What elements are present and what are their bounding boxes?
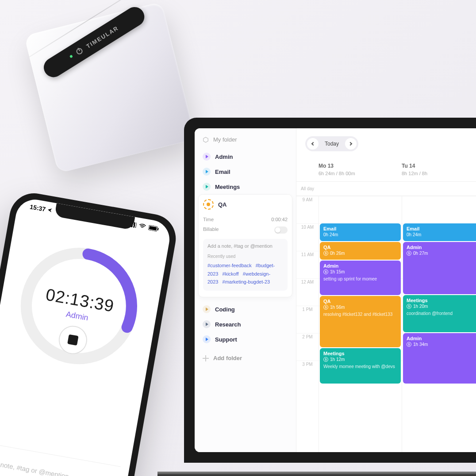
calendar: Today Mo 13 6h 24m / 8h 00m Tu 14 8h 12m… [296, 128, 476, 452]
event-note: resolving #ticket132 and #ticket133 [323, 311, 397, 317]
hour-label: 1 PM [296, 306, 319, 333]
timer-ring: 02:13:39 Admin [7, 234, 150, 377]
sidebar-item-label: Meetings [215, 184, 240, 190]
calendar-event[interactable]: Meetings$1h 20mcoordination @frontend [403, 295, 476, 332]
recording-icon [203, 199, 214, 210]
tag[interactable]: #customer-feedback [207, 263, 252, 268]
add-folder-button[interactable]: Add folder [200, 350, 291, 366]
chevron-right-icon [349, 142, 352, 146]
tag[interactable]: #kickoff [223, 271, 239, 276]
calendar-event[interactable]: QA$1h 56mresolving #ticket132 and #ticke… [320, 296, 401, 347]
event-title: QA [323, 299, 397, 304]
today-nav: Today [305, 136, 358, 151]
sidebar-item-qa[interactable]: QA [203, 196, 288, 212]
dollar-icon: $ [323, 357, 328, 362]
event-duration: $1h 34m [407, 342, 476, 347]
sidebar: My folder Admin Email Meetings [195, 128, 296, 452]
event-duration: $1h 12m [323, 357, 397, 362]
billable-label: Billable [203, 226, 219, 234]
note-placeholder: Add a note, #tag or @mention [207, 243, 283, 249]
event-note: setting up sprint for momee [323, 276, 397, 282]
hour-label: 3 PM [296, 361, 319, 388]
plus-icon [203, 355, 209, 361]
sidebar-item-research[interactable]: Research [200, 317, 291, 332]
sidebar-item-label: QA [218, 201, 227, 208]
laptop-mockup: My folder Admin Email Meetings [184, 118, 476, 476]
calendar-event[interactable]: Email0h 24m [403, 223, 476, 241]
prev-button[interactable] [307, 138, 319, 150]
sidebar-item-admin[interactable]: Admin [200, 149, 291, 164]
event-note: coordination @frontend [407, 311, 476, 316]
sidebar-item-support[interactable]: Support [200, 332, 291, 347]
dollar-icon: $ [407, 251, 411, 256]
day-stats: 8h 12m / 8h [402, 171, 476, 176]
sidebar-item-meetings[interactable]: Meetings [200, 179, 291, 194]
billable-toggle[interactable] [274, 226, 288, 234]
event-title: Meetings [323, 351, 397, 356]
battery-icon [148, 225, 160, 232]
time-label: Time [203, 217, 214, 222]
calendar-column[interactable]: Email0h 24mQA$0h 26mAdmin$1h 15msetting … [319, 196, 402, 452]
hour-label: 12 AM [296, 278, 319, 306]
sidebar-item-label: Support [215, 336, 237, 343]
phone-mockup: 15:37 02:13:39 Admin [0, 189, 180, 476]
svg-rect-2 [157, 228, 159, 230]
day-stats: 6h 24m / 8h 00m [319, 171, 402, 176]
event-duration: $1h 56m [323, 305, 397, 310]
sidebar-item-label: Research [215, 321, 241, 328]
dollar-icon: $ [323, 251, 328, 256]
location-icon [47, 207, 53, 213]
note-box[interactable]: Add a note, #tag or @mention Recently us… [203, 239, 288, 291]
time-value: 0:00:42 [271, 217, 288, 222]
dollar-icon: $ [407, 342, 411, 347]
play-icon [203, 305, 211, 313]
recently-used-label: Recently used [207, 254, 283, 259]
chevron-left-icon [311, 142, 315, 146]
calendar-event[interactable]: Email0h 24m [320, 223, 401, 241]
calendar-event[interactable]: Admin$1h 15msetting up sprint for momee [320, 261, 401, 295]
next-button[interactable] [345, 138, 357, 150]
sidebar-item-label: Email [215, 169, 230, 175]
hour-label: 10 AM [296, 223, 319, 251]
folder-label: My folder [213, 136, 237, 143]
power-icon [75, 47, 84, 55]
folder-header[interactable]: My folder [200, 136, 291, 143]
sidebar-item-label: Coding [215, 306, 235, 313]
event-duration: $0h 27m [407, 251, 476, 256]
dollar-icon: $ [407, 304, 411, 309]
wifi-icon [138, 223, 146, 230]
event-duration: $1h 20m [407, 304, 476, 309]
event-title: QA [323, 245, 397, 250]
dollar-icon: $ [323, 269, 328, 274]
event-title: Email [407, 226, 476, 231]
calendar-event[interactable]: Meetings$1h 12mWeekly momee meeting with… [320, 348, 401, 384]
day-header: Tu 14 8h 12m / 8h [402, 163, 476, 176]
stop-icon [67, 334, 78, 345]
play-icon [203, 335, 211, 343]
hexagon-icon [203, 137, 209, 143]
svg-rect-1 [149, 226, 157, 230]
allday-label: All day [296, 186, 319, 191]
day-header: Mo 13 6h 24m / 8h 00m [319, 163, 402, 176]
event-title: Admin [407, 336, 476, 341]
calendar-event[interactable]: Admin$1h 34m [403, 333, 476, 384]
calendar-column[interactable]: Email0h 24mAdmin$0h 27mMeetings$1h 20mco… [402, 196, 476, 452]
sidebar-item-label: Admin [215, 154, 233, 160]
tracker-body: TIMEULAR [24, 2, 196, 173]
event-title: Email [323, 226, 397, 231]
sidebar-item-coding[interactable]: Coding [200, 302, 291, 317]
calendar-event[interactable]: Admin$0h 27m [403, 242, 476, 294]
tag[interactable]: #marketing-bugdet-23 [223, 279, 270, 284]
event-duration: 0h 24m [407, 232, 476, 237]
play-icon [203, 183, 211, 191]
tracker-bar: TIMEULAR [40, 4, 148, 81]
sidebar-item-email[interactable]: Email [200, 164, 291, 179]
hour-label: 11 AM [296, 251, 319, 278]
qa-active-panel: QA Time 0:00:42 Billable Add a note, #ta… [198, 194, 292, 297]
tracker-brand: TIMEULAR [85, 24, 119, 50]
play-icon [203, 320, 211, 328]
recent-tags: #customer-feedback #budget-2023 #kickoff… [207, 261, 283, 286]
calendar-event[interactable]: QA$0h 26m [320, 242, 401, 260]
play-icon [203, 168, 211, 176]
today-label[interactable]: Today [320, 141, 343, 147]
